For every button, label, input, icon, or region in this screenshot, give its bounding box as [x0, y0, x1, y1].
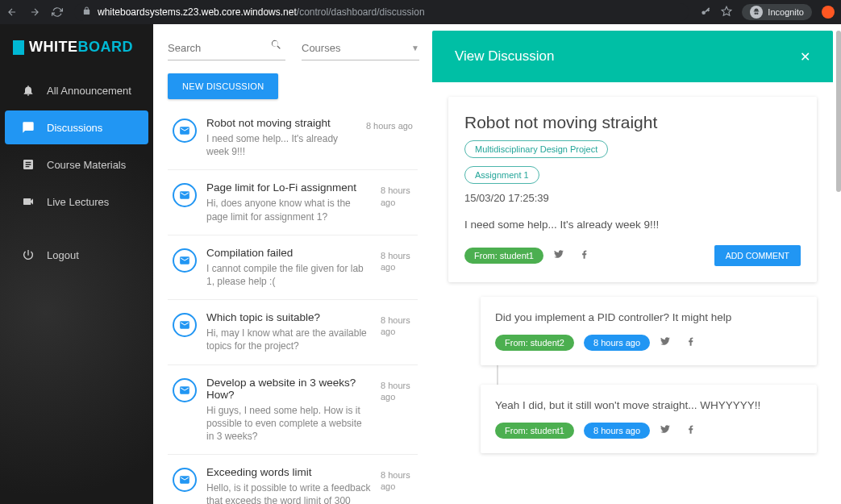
reply-content: Yeah I did, but it still won't move stra… — [495, 399, 802, 411]
thread-item[interactable]: Which topic is suitable?Hi, may I know w… — [168, 300, 418, 364]
author-chip: From: student1 — [495, 423, 574, 439]
url-path: /control/dashboard/discussion — [297, 6, 425, 18]
incognito-label: Incognito — [768, 7, 804, 17]
chat-icon — [21, 121, 35, 134]
courses-select[interactable]: Courses ▼ — [302, 35, 419, 60]
lock-icon — [82, 6, 91, 18]
mail-icon — [173, 378, 197, 402]
url-host: whiteboardsystems.z23.web.core.windows.n… — [98, 6, 297, 18]
thread-item[interactable]: Develop a website in 3 weeks? How?Hi guy… — [168, 365, 418, 456]
search-field-wrap[interactable] — [168, 35, 285, 60]
sidebar-item-materials[interactable]: Course Materials — [5, 148, 148, 181]
forward-button[interactable] — [29, 6, 40, 18]
star-icon[interactable] — [721, 6, 732, 19]
discussion-list-panel: Courses ▼ NEW DISCUSSION Robot not movin… — [153, 24, 427, 504]
svg-marker-1 — [722, 6, 732, 15]
thread-time: 8 hours ago — [366, 120, 413, 158]
thread-time: 8 hours ago — [381, 314, 413, 352]
sidebar-label: Discussions — [47, 122, 102, 134]
mail-icon — [173, 119, 197, 143]
facebook-icon[interactable] — [685, 423, 697, 438]
search-icon — [270, 39, 282, 54]
search-input[interactable] — [168, 42, 268, 54]
twitter-icon[interactable] — [660, 335, 671, 350]
discussion-title: Robot not moving straight — [464, 113, 657, 132]
reload-button[interactable] — [52, 6, 63, 18]
course-tag[interactable]: Multidisciplinary Design Project — [464, 140, 608, 158]
sidebar: WHITEBOARD All Announcement Discussions … — [0, 24, 153, 504]
close-icon[interactable]: ✕ — [800, 49, 810, 65]
browser-chrome: whiteboardsystems.z23.web.core.windows.n… — [0, 0, 841, 24]
original-post: Robot not moving straight Multidisciplin… — [448, 97, 817, 282]
logo-mark — [13, 40, 24, 55]
new-discussion-button[interactable]: NEW DISCUSSION — [168, 73, 278, 99]
thread-item[interactable]: Exceeding words limitHello, is it possib… — [168, 455, 418, 504]
sidebar-item-lectures[interactable]: Live Lectures — [5, 185, 148, 219]
time-chip: 8 hours ago — [584, 423, 650, 439]
thread-item[interactable]: Compilation failedI cannot compile the f… — [168, 235, 418, 300]
thread-time: 8 hours ago — [381, 250, 413, 288]
courses-label: Courses — [302, 42, 340, 54]
thread-time: 8 hours ago — [381, 469, 413, 504]
svg-point-0 — [702, 10, 706, 15]
author-chip: From: student2 — [495, 335, 574, 351]
mail-icon — [173, 183, 197, 207]
reply-item: Yeah I did, but it still won't move stra… — [481, 385, 817, 453]
mail-icon — [173, 313, 197, 337]
facebook-icon[interactable] — [579, 248, 590, 263]
reply-content: Did you implement a PID controller? It m… — [495, 311, 802, 323]
key-icon[interactable] — [700, 6, 711, 19]
back-button[interactable] — [6, 6, 18, 18]
reply-item: Did you implement a PID controller? It m… — [481, 297, 817, 365]
sidebar-item-discussions[interactable]: Discussions — [5, 110, 148, 144]
thread-item[interactable]: Robot not moving straightI need some hel… — [168, 106, 418, 170]
bell-icon — [21, 84, 35, 97]
panel-title: View Discussion — [455, 48, 554, 65]
app-logo: WHITEBOARD — [0, 24, 153, 73]
facebook-icon[interactable] — [685, 335, 697, 350]
panel-header: View Discussion ✕ — [432, 31, 833, 82]
incognito-badge: Incognito — [742, 4, 812, 20]
assignment-tag[interactable]: Assignment 1 — [464, 166, 539, 184]
post-timestamp: 15/03/20 17:25:39 — [464, 192, 801, 204]
incognito-icon — [750, 6, 763, 19]
video-icon — [21, 195, 35, 208]
document-icon — [21, 158, 35, 171]
sidebar-item-announcement[interactable]: All Announcement — [5, 73, 148, 107]
time-chip: 8 hours ago — [584, 335, 650, 351]
author-chip: From: student1 — [464, 248, 543, 264]
thread-list[interactable]: Robot not moving straightI need some hel… — [168, 106, 419, 504]
thread-item[interactable]: Page limit for Lo-Fi assignmentHi, does … — [168, 170, 418, 235]
sidebar-label: All Announcement — [47, 85, 131, 97]
thread-time: 8 hours ago — [381, 380, 413, 444]
discussion-detail-panel: View Discussion ✕ Robot not moving strai… — [427, 24, 841, 504]
sidebar-item-logout[interactable]: Logout — [5, 238, 148, 272]
chevron-down-icon: ▼ — [411, 44, 419, 52]
mail-icon — [173, 468, 197, 492]
profile-badge[interactable] — [822, 6, 835, 19]
sidebar-label: Live Lectures — [47, 196, 109, 208]
twitter-icon[interactable] — [660, 423, 671, 438]
thread-time: 8 hours ago — [381, 185, 413, 223]
sidebar-label: Logout — [47, 249, 79, 261]
scrollbar[interactable] — [836, 31, 841, 504]
sidebar-label: Course Materials — [47, 159, 126, 171]
post-content: I need some help... It's already week 9!… — [464, 219, 801, 231]
mail-icon — [173, 248, 197, 273]
twitter-icon[interactable] — [553, 248, 564, 263]
add-comment-button[interactable]: ADD COMMENT — [714, 245, 801, 266]
url-bar[interactable]: whiteboardsystems.z23.web.core.windows.n… — [74, 3, 689, 21]
power-icon — [21, 248, 35, 261]
